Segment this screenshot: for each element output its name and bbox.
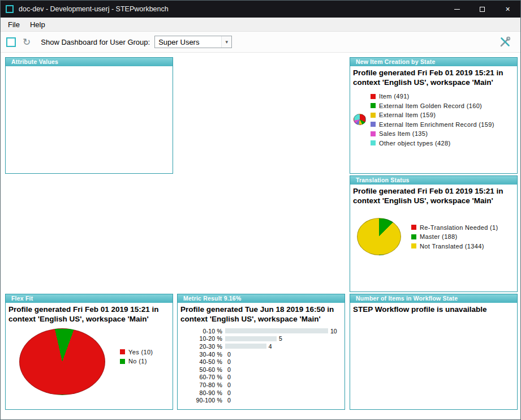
profile-text: Profile generated Tue Jun 18 2019 16:50 … <box>178 303 345 324</box>
legend-swatch <box>371 103 376 108</box>
app-window: doc-dev - Development-userj - STEPworkbe… <box>0 0 521 420</box>
bar-value: 5 <box>277 335 282 342</box>
menu-file[interactable]: File <box>3 19 25 31</box>
bar-row: 70-80 %0 <box>178 381 345 389</box>
user-group-dropdown[interactable]: Super Users ▾ <box>154 36 232 48</box>
panel-title: Translation Status <box>350 176 517 185</box>
bar-row: 40-50 %0 <box>178 358 345 366</box>
bar-row: 20-30 %4 <box>178 342 345 350</box>
legend-label: External Item Enrichment Record (159) <box>379 121 494 128</box>
bar <box>225 336 277 341</box>
legend-swatch <box>371 94 376 99</box>
menu-bar: File Help <box>1 18 520 32</box>
panel-title: Flex Fit <box>6 294 173 303</box>
workflow-unavailable-message: STEP Workflow profile is unavailable <box>350 303 517 314</box>
panel-new-item-creation: New Item Creation by State Profile gener… <box>350 57 518 174</box>
panel-flex-fit: Flex Fit Profile generated Fri Feb 01 20… <box>5 294 173 410</box>
menu-help[interactable]: Help <box>25 19 50 31</box>
legend-swatch <box>411 243 416 248</box>
bar-row: 80-90 %0 <box>178 389 345 397</box>
legend-label: Yes (10) <box>128 349 153 355</box>
metric-body: Profile generated Tue Jun 18 2019 16:50 … <box>178 303 345 409</box>
legend-swatch <box>371 131 376 136</box>
bar-row: 0-10 %10 <box>178 327 345 335</box>
legend-label: External Item (159) <box>379 112 436 118</box>
legend-item: External Item Golden Record (160) <box>371 102 494 109</box>
legend-item: Item (491) <box>371 93 494 100</box>
user-group-value: Super Users <box>155 38 221 46</box>
legend-item: External Item Enrichment Record (159) <box>371 121 494 128</box>
legend-label: Other object types (428) <box>379 140 450 147</box>
dashboard-toolbar: ↻ Show Dashboard for User Group: Super U… <box>1 32 520 53</box>
bar-category-label: 60-70 % <box>178 374 225 380</box>
minimize-icon <box>454 9 460 10</box>
bar-row: 10-20 %5 <box>178 335 345 343</box>
legend-item: Not Translated (1344) <box>411 243 498 250</box>
bar-row: 30-40 %0 <box>178 350 345 358</box>
chart-legend: Item (491)External Item Golden Record (1… <box>371 93 494 147</box>
maximize-icon <box>480 7 485 12</box>
panel-workflow-state: Number of Items in Workflow State STEP W… <box>350 294 518 410</box>
title-bar: doc-dev - Development-userj - STEPworkbe… <box>1 1 520 18</box>
legend-swatch <box>411 225 416 230</box>
bar-category-label: 50-60 % <box>178 366 225 373</box>
bar <box>225 344 266 349</box>
close-button[interactable]: × <box>495 1 520 18</box>
legend-swatch <box>371 122 376 127</box>
legend-swatch <box>371 140 376 145</box>
minimize-button[interactable] <box>444 1 470 18</box>
flex-fit-chart: Yes (10)No (1) <box>6 324 173 395</box>
bar-value: 4 <box>266 343 272 350</box>
legend-item: Yes (10) <box>120 349 153 355</box>
new-item-body: Profile generated Fri Feb 01 2019 15:21 … <box>350 66 517 173</box>
bar-value: 0 <box>225 351 231 358</box>
panel-title: Number of Items in Workflow State <box>350 294 517 303</box>
legend-swatch <box>120 359 125 364</box>
bar-value: 0 <box>225 382 231 388</box>
bar-value: 0 <box>225 366 231 373</box>
bar-value: 0 <box>225 374 231 380</box>
bar-category-label: 80-90 % <box>178 389 225 396</box>
chart-legend: Yes (10)No (1) <box>120 349 153 365</box>
legend-item: Sales Item (135) <box>371 130 494 137</box>
panel-title: Metric Result 9.16% <box>178 294 345 303</box>
pie-chart <box>357 218 401 255</box>
workflow-body: STEP Workflow profile is unavailable <box>350 303 517 409</box>
new-item-chart: Item (491)External Item Golden Record (1… <box>350 87 517 147</box>
panel-metric-result: Metric Result 9.16% Profile generated Tu… <box>177 294 345 410</box>
refresh-icon[interactable]: ↻ <box>23 37 31 47</box>
panel-title: Attribute Values <box>6 58 173 66</box>
chevron-down-icon: ▾ <box>221 36 231 48</box>
panel-translation-status: Translation Status Profile generated Fri… <box>350 175 518 292</box>
profile-text: Profile generated Fri Feb 01 2019 15:21 … <box>350 66 517 87</box>
bar-category-label: 30-40 % <box>178 351 225 358</box>
app-icon <box>6 5 14 13</box>
bar-category-label: 20-30 % <box>178 343 225 350</box>
user-group-label: Show Dashboard for User Group: <box>41 38 150 46</box>
maximize-button[interactable] <box>470 1 495 18</box>
legend-item: Re-Translation Needed (1) <box>411 224 498 231</box>
translation-body: Profile generated Fri Feb 01 2019 15:21 … <box>350 185 517 292</box>
bar-category-label: 90-100 % <box>178 397 225 404</box>
bar-value: 0 <box>225 358 231 365</box>
legend-label: Not Translated (1344) <box>420 243 484 250</box>
bar-row: 50-60 %0 <box>178 366 345 374</box>
tools-icon[interactable] <box>499 36 511 48</box>
chart-legend: Re-Translation Needed (1)Master (188)Not… <box>411 224 498 250</box>
bar-row: 60-70 %0 <box>178 374 345 382</box>
bar-category-label: 40-50 % <box>178 358 225 365</box>
legend-label: No (1) <box>128 358 147 365</box>
attribute-values-body <box>6 66 173 173</box>
legend-label: External Item Golden Record (160) <box>379 102 482 109</box>
dashboard-toggle-icon[interactable] <box>6 37 16 47</box>
legend-label: Sales Item (135) <box>379 130 428 137</box>
bar-category-label: 10-20 % <box>178 335 225 342</box>
legend-item: Other object types (428) <box>371 140 494 147</box>
bar-category-label: 70-80 % <box>178 382 225 388</box>
legend-label: Re-Translation Needed (1) <box>420 224 498 231</box>
bar <box>225 328 328 333</box>
profile-text: Profile generated Fri Feb 01 2019 15:21 … <box>6 303 173 324</box>
bar-row: 90-100 %0 <box>178 396 345 404</box>
pie-chart <box>354 114 366 125</box>
legend-label: Master (188) <box>420 233 458 240</box>
